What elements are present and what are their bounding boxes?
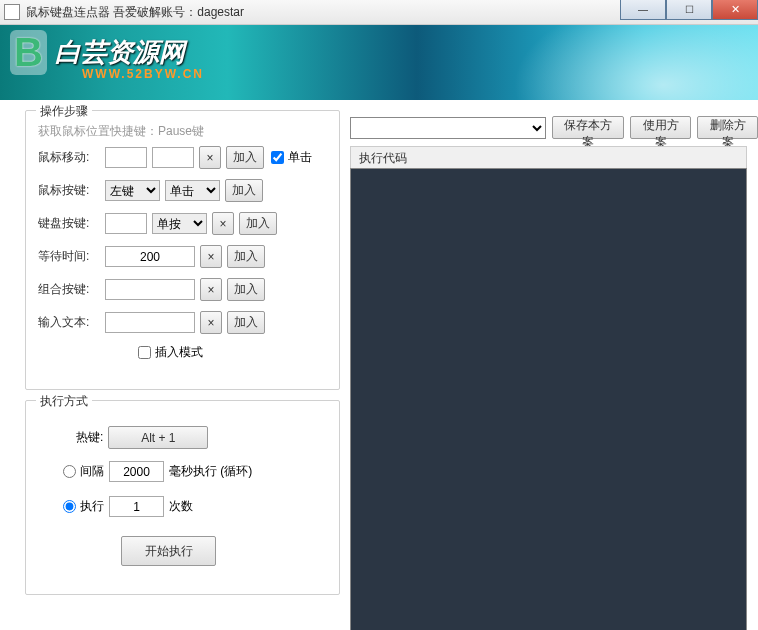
maximize-button[interactable] xyxy=(666,0,712,20)
wait-time-add[interactable]: 加入 xyxy=(227,245,265,268)
app-icon xyxy=(4,4,20,20)
mouse-move-clear[interactable]: × xyxy=(199,146,221,169)
steps-title: 操作步骤 xyxy=(36,103,92,120)
keyboard-mode-select[interactable]: 单按 xyxy=(152,213,207,234)
interval-suffix: 毫秒执行 (循环) xyxy=(169,463,252,480)
times-input[interactable] xyxy=(109,496,164,517)
mouse-move-label: 鼠标移动: xyxy=(38,149,100,166)
keyboard-key-clear[interactable]: × xyxy=(212,212,234,235)
wait-time-label: 等待时间: xyxy=(38,248,100,265)
interval-input[interactable] xyxy=(109,461,164,482)
combo-key-clear[interactable]: × xyxy=(200,278,222,301)
mouse-move-add[interactable]: 加入 xyxy=(226,146,264,169)
insert-mode-label: 插入模式 xyxy=(155,344,203,361)
interval-radio-wrap[interactable]: 间隔 xyxy=(61,463,104,480)
minimize-button[interactable] xyxy=(620,0,666,20)
mouse-key-add[interactable]: 加入 xyxy=(225,179,263,202)
scheme-toolbar: 保存本方案 使用方案 删除方案 xyxy=(350,116,758,139)
code-area[interactable] xyxy=(350,168,747,630)
banner: B 白芸资源网 WWW.52BYW.CN xyxy=(0,25,758,100)
mouse-key-label: 鼠标按键: xyxy=(38,182,100,199)
banner-site-url: WWW.52BYW.CN xyxy=(82,67,204,81)
start-button[interactable]: 开始执行 xyxy=(121,536,216,566)
keyboard-key-input[interactable] xyxy=(105,213,147,234)
keyboard-key-add[interactable]: 加入 xyxy=(239,212,277,235)
insert-mode-wrap[interactable]: 插入模式 xyxy=(136,344,203,361)
insert-mode-checkbox[interactable] xyxy=(138,346,151,359)
exec-title: 执行方式 xyxy=(36,393,92,410)
times-label: 执行 xyxy=(80,498,104,515)
wait-time-input[interactable] xyxy=(105,246,195,267)
single-click-checkbox-wrap[interactable]: 单击 xyxy=(269,149,312,166)
times-radio-wrap[interactable]: 执行 xyxy=(61,498,104,515)
exec-groupbox: 执行方式 热键: Alt + 1 间隔 毫秒执行 (循环) 执行 次数 开始执行 xyxy=(25,400,340,595)
mouse-button-select[interactable]: 左键 xyxy=(105,180,160,201)
hotkey-label: 热键: xyxy=(76,429,103,446)
code-panel-title: 执行代码 xyxy=(350,146,747,168)
mouse-move-x[interactable] xyxy=(105,147,147,168)
logo-icon: B xyxy=(10,30,47,75)
input-text-clear[interactable]: × xyxy=(200,311,222,334)
keyboard-key-label: 键盘按键: xyxy=(38,215,100,232)
save-scheme-button[interactable]: 保存本方案 xyxy=(552,116,625,139)
times-suffix: 次数 xyxy=(169,498,193,515)
title-bar: 鼠标键盘连点器 吾爱破解账号：dagestar xyxy=(0,0,758,25)
combo-key-input[interactable] xyxy=(105,279,195,300)
combo-key-add[interactable]: 加入 xyxy=(227,278,265,301)
use-scheme-button[interactable]: 使用方案 xyxy=(630,116,691,139)
interval-radio[interactable] xyxy=(63,465,76,478)
steps-groupbox: 操作步骤 获取鼠标位置快捷键：Pause键 鼠标移动: × 加入 单击 鼠标按键… xyxy=(25,110,340,390)
delete-scheme-button[interactable]: 删除方案 xyxy=(697,116,758,139)
single-click-label: 单击 xyxy=(288,149,312,166)
banner-site-name: 白芸资源网 xyxy=(55,35,185,70)
mouse-move-y[interactable] xyxy=(152,147,194,168)
wait-time-clear[interactable]: × xyxy=(200,245,222,268)
mouse-action-select[interactable]: 单击 xyxy=(165,180,220,201)
input-text-label: 输入文本: xyxy=(38,314,100,331)
input-text-input[interactable] xyxy=(105,312,195,333)
interval-label: 间隔 xyxy=(80,463,104,480)
hotkey-button[interactable]: Alt + 1 xyxy=(108,426,208,449)
scheme-select[interactable] xyxy=(350,117,546,139)
single-click-checkbox[interactable] xyxy=(271,151,284,164)
window-title: 鼠标键盘连点器 吾爱破解账号：dagestar xyxy=(24,4,244,21)
close-button[interactable] xyxy=(712,0,758,20)
input-text-add[interactable]: 加入 xyxy=(227,311,265,334)
combo-key-label: 组合按键: xyxy=(38,281,100,298)
times-radio[interactable] xyxy=(63,500,76,513)
position-hotkey-hint: 获取鼠标位置快捷键：Pause键 xyxy=(38,123,204,140)
